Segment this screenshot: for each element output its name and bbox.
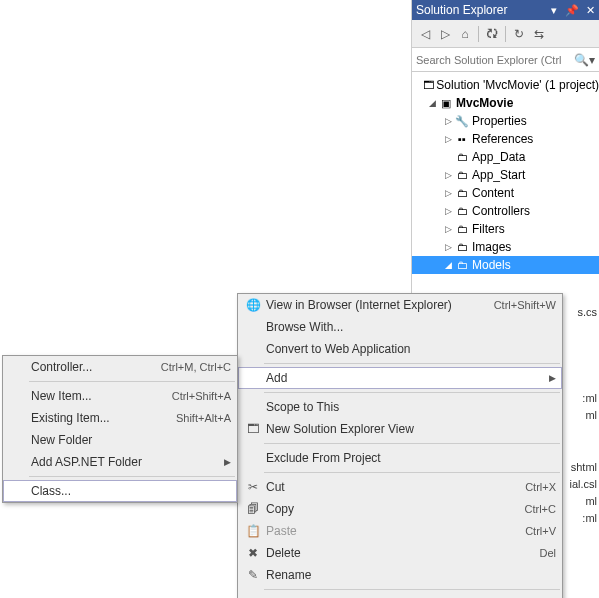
file-fragment: ml xyxy=(585,409,597,421)
home-icon[interactable]: ⌂ xyxy=(456,25,474,43)
search-box[interactable]: 🔍 ▾ xyxy=(412,48,599,72)
separator xyxy=(29,476,235,477)
search-dropdown-icon[interactable]: ▾ xyxy=(589,53,595,67)
search-icon[interactable]: 🔍 xyxy=(574,53,589,67)
folder-icon: 🗀 xyxy=(454,151,470,163)
panel-title: Solution Explorer xyxy=(416,3,547,17)
menu-new-view[interactable]: 🗔New Solution Explorer View xyxy=(238,418,562,440)
separator xyxy=(264,472,560,473)
menu-copy[interactable]: 🗐CopyCtrl+C xyxy=(238,498,562,520)
submenu-arrow-icon: ▶ xyxy=(224,457,231,467)
file-fragment: ial.csl xyxy=(569,478,597,490)
solution-tree: 🗔Solution 'MvcMovie' (1 project) ◢▣MvcMo… xyxy=(412,72,599,278)
refresh-icon[interactable]: ↻ xyxy=(510,25,528,43)
menu-add[interactable]: Add▶ xyxy=(238,367,562,389)
dropdown-icon[interactable]: ▾ xyxy=(551,4,557,16)
tree-node-models[interactable]: ◢🗀Models xyxy=(412,256,599,274)
pin-icon[interactable]: 📌 xyxy=(565,4,579,16)
separator xyxy=(264,392,560,393)
folder-icon: 🗀 xyxy=(454,187,470,199)
menu-view-in-browser[interactable]: 🌐View in Browser (Internet Explorer)Ctrl… xyxy=(238,294,562,316)
tree-node-appstart[interactable]: ▷🗀App_Start xyxy=(412,166,599,184)
copy-icon: 🗐 xyxy=(244,502,262,516)
sync-icon[interactable]: 🗘 xyxy=(483,25,501,43)
file-fragment: s.cs xyxy=(577,306,597,318)
folder-icon: 🗀 xyxy=(454,241,470,253)
search-input[interactable] xyxy=(416,54,574,66)
menu-delete[interactable]: ✖DeleteDel xyxy=(238,542,562,564)
submenu-arrow-icon: ▶ xyxy=(549,373,556,383)
rename-icon: ✎ xyxy=(244,568,262,582)
folder-icon: 🗀 xyxy=(454,205,470,217)
menu-rename[interactable]: ✎Rename xyxy=(238,564,562,586)
project-node[interactable]: ◢▣MvcMovie xyxy=(412,94,599,112)
folder-icon: 🗀 xyxy=(454,169,470,181)
menu-paste: 📋PasteCtrl+V xyxy=(238,520,562,542)
forward-icon[interactable]: ▷ xyxy=(436,25,454,43)
folder-icon: 🗀 xyxy=(454,259,470,271)
separator xyxy=(29,381,235,382)
cut-icon: ✂ xyxy=(244,480,262,494)
separator xyxy=(264,589,560,590)
submenu-new-item[interactable]: New Item...Ctrl+Shift+A xyxy=(3,385,237,407)
solution-explorer-toolbar: ◁ ▷ ⌂ 🗘 ↻ ⇆ xyxy=(412,20,599,48)
tree-node-images[interactable]: ▷🗀Images xyxy=(412,238,599,256)
menu-cut[interactable]: ✂CutCtrl+X xyxy=(238,476,562,498)
menu-scope[interactable]: Scope to This xyxy=(238,396,562,418)
tree-node-references[interactable]: ▷▪▪References xyxy=(412,130,599,148)
submenu-class[interactable]: Class... xyxy=(3,480,237,502)
collapse-icon[interactable]: ⇆ xyxy=(530,25,548,43)
wrench-icon: 🔧 xyxy=(454,115,470,128)
tree-node-filters[interactable]: ▷🗀Filters xyxy=(412,220,599,238)
tree-node-controllers[interactable]: ▷🗀Controllers xyxy=(412,202,599,220)
tree-node-properties[interactable]: ▷🔧Properties xyxy=(412,112,599,130)
menu-exclude[interactable]: Exclude From Project xyxy=(238,447,562,469)
context-menu: 🌐View in Browser (Internet Explorer)Ctrl… xyxy=(237,293,563,598)
separator xyxy=(264,443,560,444)
file-fragment: :ml xyxy=(582,392,597,404)
folder-icon: 🗀 xyxy=(454,223,470,235)
view-icon: 🗔 xyxy=(244,422,262,436)
menu-open-folder[interactable]: 🗁Open Folder in File Explorer xyxy=(238,593,562,598)
back-icon[interactable]: ◁ xyxy=(416,25,434,43)
submenu-controller[interactable]: Controller...Ctrl+M, Ctrl+C xyxy=(3,356,237,378)
project-icon: ▣ xyxy=(438,97,454,110)
separator xyxy=(264,363,560,364)
delete-icon: ✖ xyxy=(244,546,262,560)
references-icon: ▪▪ xyxy=(454,133,470,145)
file-fragment: :ml xyxy=(582,512,597,524)
submenu-new-folder[interactable]: New Folder xyxy=(3,429,237,451)
file-fragment: ml xyxy=(585,495,597,507)
solution-icon: 🗔 xyxy=(423,79,435,91)
file-fragment: shtml xyxy=(571,461,597,473)
context-submenu-add: Controller...Ctrl+M, Ctrl+C New Item...C… xyxy=(2,355,238,503)
solution-node[interactable]: 🗔Solution 'MvcMovie' (1 project) xyxy=(412,76,599,94)
submenu-existing-item[interactable]: Existing Item...Shift+Alt+A xyxy=(3,407,237,429)
paste-icon: 📋 xyxy=(244,524,262,538)
submenu-add-aspnet-folder[interactable]: Add ASP.NET Folder▶ xyxy=(3,451,237,473)
browser-icon: 🌐 xyxy=(244,298,262,312)
solution-explorer-header: Solution Explorer ▾ 📌 ✕ xyxy=(412,0,599,20)
menu-browse-with[interactable]: Browse With... xyxy=(238,316,562,338)
close-icon[interactable]: ✕ xyxy=(586,4,595,16)
menu-convert[interactable]: Convert to Web Application xyxy=(238,338,562,360)
tree-node-content[interactable]: ▷🗀Content xyxy=(412,184,599,202)
tree-node-appdata[interactable]: 🗀App_Data xyxy=(412,148,599,166)
